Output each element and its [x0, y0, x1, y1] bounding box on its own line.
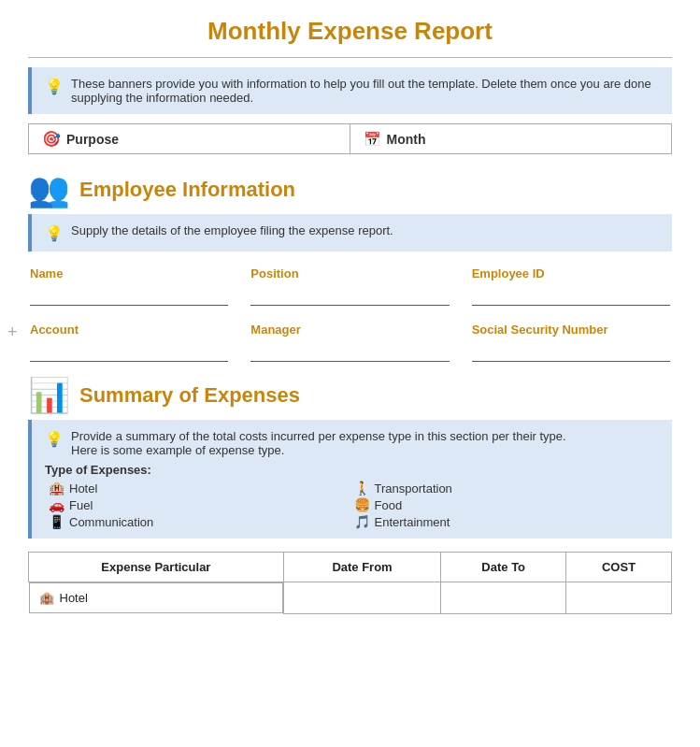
- title-divider: [28, 57, 672, 58]
- employee-banner-icon: 💡: [45, 224, 64, 242]
- field-account-label: Account: [30, 323, 228, 337]
- expense-type-hotel: 🏨 Hotel: [49, 481, 354, 496]
- expense-type-food: 🍔 Food: [354, 497, 660, 512]
- col-date-from: Date From: [283, 553, 441, 582]
- month-cell: 📅 Month: [350, 124, 672, 153]
- purpose-input[interactable]: [132, 132, 336, 147]
- expenses-section-header: 📊 Summary of Expenses: [28, 379, 672, 412]
- expense-banner-text: Provide a summary of the total costs inc…: [71, 429, 566, 457]
- expense-type-list: Type of Expenses: 🏨 Hotel 🚶 Transportati…: [45, 463, 659, 529]
- entertainment-icon: 🎵: [354, 514, 370, 529]
- field-ssn-label: Social Security Number: [472, 323, 670, 337]
- hotel-icon: 🏨: [49, 481, 64, 496]
- purpose-cell: 🎯 Purpose: [29, 124, 350, 153]
- food-icon: 🍔: [354, 497, 370, 512]
- field-ssn: Social Security Number: [472, 323, 670, 362]
- expense-type-transportation-label: Transportation: [375, 481, 452, 496]
- expense-types-label: Type of Expenses:: [45, 463, 151, 477]
- expense-type-food-label: Food: [375, 498, 403, 512]
- row-particular-cell: 🏨 Hotel: [29, 582, 283, 613]
- transportation-icon: 🚶: [354, 481, 370, 496]
- row-date-from-cell: [283, 582, 441, 614]
- field-manager: Manager: [250, 323, 449, 362]
- top-banner: 💡 These banners provide you with informa…: [28, 67, 672, 114]
- expense-type-communication: 📱 Communication: [49, 514, 354, 529]
- expense-table: Expense Particular Date From Date To COS…: [28, 552, 672, 614]
- communication-icon: 📱: [49, 514, 64, 529]
- field-manager-label: Manager: [250, 323, 449, 337]
- field-position: Position: [250, 266, 449, 306]
- employee-section-icon: 👥: [28, 173, 70, 207]
- expense-type-transportation: 🚶 Transportation: [354, 481, 660, 496]
- purpose-month-row: 🎯 Purpose 📅 Month: [28, 123, 672, 154]
- row-date-to-cell: [441, 582, 566, 614]
- purpose-icon: 🎯: [42, 130, 61, 148]
- row-particular-value: Hotel: [60, 591, 88, 605]
- table-row: 🏨 Hotel: [29, 582, 672, 614]
- field-ssn-input[interactable]: [472, 342, 670, 362]
- employee-banner: 💡 Supply the details of the employee fil…: [28, 214, 672, 251]
- top-banner-text: These banners provide you with informati…: [71, 77, 659, 105]
- top-banner-icon: 💡: [45, 78, 64, 95]
- field-account-input[interactable]: [30, 342, 228, 362]
- field-employee-id-label: Employee ID: [472, 266, 670, 280]
- left-add-button[interactable]: +: [7, 323, 18, 342]
- field-manager-input[interactable]: [250, 342, 449, 362]
- month-input[interactable]: [438, 132, 658, 147]
- expense-type-fuel: 🚗 Fuel: [49, 497, 354, 512]
- expense-type-entertainment: 🎵 Entertainment: [354, 514, 660, 529]
- field-employee-id-input[interactable]: [472, 286, 670, 306]
- page-container: Monthly Expense Report 💡 These banners p…: [0, 0, 700, 633]
- col-date-to: Date To: [441, 553, 566, 582]
- row-hotel-icon: 🏨: [39, 591, 54, 605]
- employee-section-title: Employee Information: [79, 178, 295, 202]
- employee-banner-text: Supply the details of the employee filin…: [71, 223, 393, 237]
- expense-type-fuel-label: Fuel: [69, 498, 93, 512]
- field-position-label: Position: [250, 266, 449, 280]
- field-employee-id: Employee ID: [472, 266, 670, 306]
- expenses-section-title: Summary of Expenses: [79, 383, 300, 408]
- fuel-icon: 🚗: [49, 497, 64, 512]
- table-header-row: Expense Particular Date From Date To COS…: [29, 553, 672, 582]
- employee-fields-grid: Name Position Employee ID Account Manage…: [28, 266, 672, 362]
- field-name-label: Name: [30, 266, 228, 280]
- expense-types-grid: 🏨 Hotel 🚶 Transportation 🚗 Fuel 🍔 Food 📱: [45, 481, 659, 529]
- page-title: Monthly Expense Report: [28, 17, 672, 46]
- employee-section-header: 👥 Employee Information: [28, 173, 672, 207]
- month-label: Month: [387, 132, 426, 147]
- field-name: Name: [30, 266, 228, 306]
- expense-banner: 💡 Provide a summary of the total costs i…: [28, 420, 672, 539]
- field-name-input[interactable]: [30, 286, 228, 306]
- purpose-label: Purpose: [66, 132, 119, 147]
- expense-banner-icon: 💡: [45, 430, 64, 457]
- month-icon: 📅: [364, 131, 381, 148]
- field-account: Account: [30, 323, 228, 362]
- field-position-input[interactable]: [250, 286, 449, 306]
- expense-type-entertainment-label: Entertainment: [375, 515, 450, 529]
- expense-type-communication-label: Communication: [69, 515, 153, 529]
- col-cost: COST: [566, 553, 672, 582]
- expense-type-hotel-label: Hotel: [69, 481, 97, 496]
- col-expense-particular: Expense Particular: [29, 553, 284, 582]
- expenses-section-icon: 📊: [28, 379, 70, 412]
- row-cost-cell: [566, 582, 672, 614]
